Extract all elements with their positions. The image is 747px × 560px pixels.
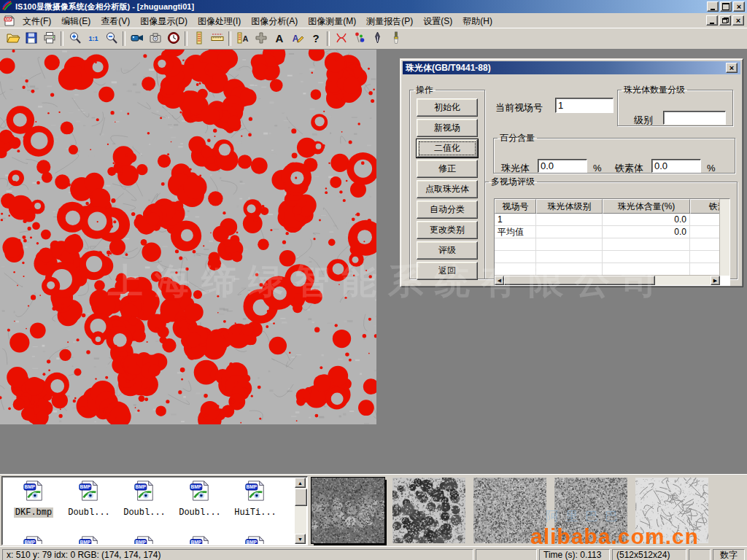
file-list: BMPDKF.bmpBMPBMPDoubl...BMPBMPDoubl...BM… — [1, 476, 308, 545]
file-item-0[interactable]: BMPDKF.bmp — [7, 480, 61, 518]
file-item-2[interactable]: BMPDoubl... — [117, 480, 171, 518]
pen-button[interactable] — [368, 30, 387, 47]
file-item-row2-1[interactable]: BMP — [62, 535, 116, 544]
open-button[interactable] — [4, 30, 22, 47]
menu-item-0[interactable]: 文件(F) — [18, 15, 56, 28]
close-icon: × — [737, 3, 741, 11]
table-cell — [690, 214, 720, 226]
file-item-1[interactable]: BMPDoubl... — [62, 480, 116, 518]
annotate-button[interactable]: A — [288, 30, 306, 47]
menu-item-2[interactable]: 查看(V) — [96, 15, 135, 28]
micrograph-thumb-1[interactable] — [311, 478, 384, 543]
dialog-close-button[interactable]: × — [726, 63, 738, 73]
op-button-8[interactable]: 返回 — [417, 262, 478, 280]
op-button-3[interactable]: 修正 — [417, 160, 478, 178]
table-cell — [603, 238, 690, 251]
scroll-down-button[interactable]: ▼ — [295, 534, 306, 544]
micrograph-thumb-5[interactable] — [635, 478, 708, 543]
menu-item-6[interactable]: 图像测量(M) — [303, 15, 361, 28]
menu-item-3[interactable]: 图像显示(D) — [135, 15, 193, 28]
micrograph-thumb-4[interactable] — [554, 478, 627, 543]
help-button[interactable]: ? — [306, 30, 325, 47]
file-name: Doubl... — [66, 508, 112, 518]
micrograph-thumb-2[interactable] — [392, 478, 465, 543]
app-icon — [2, 1, 12, 12]
table-cell: 1 — [495, 214, 536, 226]
scroll-thumb[interactable] — [504, 276, 655, 285]
scroll-right-button[interactable]: ▶ — [711, 276, 720, 285]
document-system-menu-icon[interactable]: DOC — [4, 15, 15, 26]
file-scroll-thumb[interactable] — [295, 489, 307, 506]
file-item-row2-3[interactable]: BMP — [173, 535, 227, 544]
zoom-in-button[interactable] — [66, 30, 84, 47]
menu-item-1[interactable]: 编辑(E) — [56, 15, 96, 28]
print-button[interactable] — [40, 30, 58, 47]
scroll-left-button[interactable]: ◀ — [495, 276, 504, 285]
menu-item-8[interactable]: 设置(S) — [418, 15, 457, 28]
window-title: IS100显微摄像系统(金相分析版) - [zhuguangti01] — [15, 1, 194, 12]
scroll-up-button[interactable]: ▲ — [295, 478, 306, 488]
curve-tool-button[interactable] — [332, 30, 350, 47]
micrograph-thumb-3[interactable] — [473, 478, 546, 543]
status-empty-panel-1 — [476, 549, 537, 560]
analysis-image[interactable] — [0, 50, 376, 424]
menu-item-5[interactable]: 图像分析(A) — [246, 15, 303, 28]
text-label-button[interactable]: A — [270, 30, 288, 47]
zoom-out-button[interactable] — [102, 30, 120, 47]
op-button-4[interactable]: 点取珠光体 — [417, 180, 478, 198]
file-item-row2-0[interactable]: BMP — [7, 535, 61, 544]
table-row[interactable]: 平均值0.0 — [495, 226, 720, 238]
text-label-icon: A — [272, 31, 287, 47]
pearlite-percent-sign: % — [593, 163, 602, 174]
count-marks-button[interactable] — [350, 30, 368, 47]
table-cell — [495, 251, 536, 263]
measure-text-button[interactable]: A — [233, 30, 252, 47]
toolbar-separator — [61, 31, 63, 46]
dialog-title-bar[interactable]: 珠光体(GB/T9441-88) × — [403, 61, 740, 74]
table-row[interactable] — [495, 251, 720, 263]
status-mode: 数字 — [713, 549, 745, 560]
file-item-row2-4[interactable]: BMP — [228, 535, 282, 544]
table-header-2: 珠光体含量(%) — [603, 199, 690, 214]
grade-input[interactable] — [663, 111, 726, 125]
menu-item-9[interactable]: 帮助(H) — [457, 15, 498, 28]
minimize-button[interactable] — [707, 1, 719, 12]
table-row[interactable] — [495, 238, 720, 251]
table-vertical-scrollbar[interactable] — [719, 199, 729, 276]
close-button[interactable]: × — [733, 1, 745, 12]
ruler-button[interactable] — [208, 30, 226, 47]
current-view-input[interactable] — [555, 98, 614, 113]
save-button[interactable] — [22, 30, 40, 47]
op-button-2[interactable]: 二值化 — [417, 139, 478, 158]
mdi-close-button[interactable]: × — [732, 15, 744, 26]
file-item-4[interactable]: BMPHuiTi... — [228, 480, 282, 518]
mdi-restore-button[interactable] — [719, 15, 731, 26]
table-cell — [603, 251, 690, 263]
table-row[interactable] — [495, 263, 720, 276]
maximize-button[interactable] — [720, 1, 732, 12]
menu-item-7[interactable]: 测量报告(P) — [361, 15, 418, 28]
op-button-1[interactable]: 新视场 — [417, 119, 478, 137]
menu-item-4[interactable]: 图像处理(I) — [193, 15, 246, 28]
video-camera-button[interactable] — [128, 30, 146, 47]
caliper-button[interactable] — [190, 30, 208, 47]
mdi-minimize-button[interactable] — [706, 15, 718, 26]
op-button-5[interactable]: 自动分类 — [417, 201, 478, 219]
file-name: DKF.bmp — [14, 508, 53, 518]
grid-cross-button[interactable] — [252, 30, 270, 47]
op-button-0[interactable]: 初始化 — [417, 98, 478, 117]
table-header-3: 铁素体含量(%) — [690, 199, 720, 214]
camera-button[interactable] — [146, 30, 164, 47]
file-item-3[interactable]: BMPDoubl... — [173, 480, 227, 518]
clock-button[interactable] — [164, 30, 182, 47]
file-item-row2-2[interactable]: BMP — [117, 535, 171, 544]
actual-size-button[interactable]: 1:1 — [84, 30, 102, 47]
ferrite-percent-input[interactable] — [651, 159, 701, 173]
op-button-7[interactable]: 评级 — [417, 241, 478, 260]
table-row[interactable]: 10.0 — [495, 214, 720, 226]
bmp-file-icon: BMP — [133, 491, 155, 504]
toolbar-separator — [327, 31, 330, 46]
brush-button[interactable] — [387, 30, 405, 47]
op-button-6[interactable]: 更改类别 — [417, 221, 478, 239]
pearlite-percent-input[interactable] — [538, 159, 587, 173]
